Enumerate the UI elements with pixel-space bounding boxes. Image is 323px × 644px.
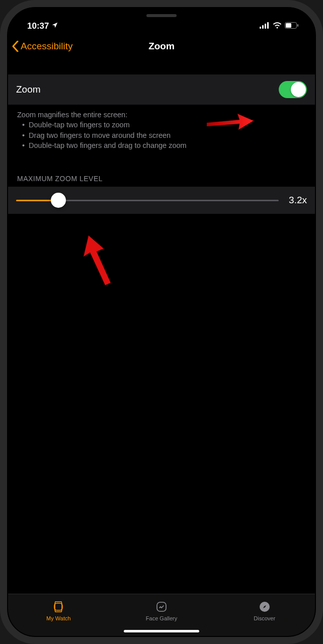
face-gallery-icon — [154, 600, 169, 614]
status-time: 10:37 — [27, 21, 49, 31]
tab-face-gallery[interactable]: Face Gallery — [110, 594, 213, 627]
tab-my-watch[interactable]: My Watch — [7, 594, 110, 627]
svg-rect-5 — [286, 23, 291, 28]
chevron-left-icon — [12, 41, 19, 52]
zoom-description-intro: Zoom magnifies the entire screen: — [17, 110, 306, 120]
max-zoom-slider[interactable] — [16, 200, 279, 201]
svg-rect-2 — [265, 24, 266, 29]
zoom-description-bullet: Drag two fingers to move around the scre… — [22, 130, 306, 140]
zoom-toggle-row: Zoom — [7, 74, 316, 105]
battery-icon — [285, 21, 299, 31]
page-title: Zoom — [148, 41, 175, 52]
svg-rect-1 — [262, 25, 264, 29]
location-services-icon — [51, 21, 58, 31]
svg-rect-0 — [260, 27, 261, 29]
zoom-description-bullet: Double-tap two fingers to zoom — [22, 120, 306, 130]
svg-rect-8 — [157, 602, 166, 611]
tab-discover[interactable]: Discover — [213, 594, 316, 627]
navigation-bar: Accessibility Zoom — [7, 33, 316, 59]
svg-rect-6 — [297, 24, 298, 27]
back-button-label: Accessibility — [21, 41, 72, 52]
zoom-description-bullet: Double-tap two fingers and drag to chang… — [22, 140, 306, 150]
cellular-signal-icon — [260, 21, 270, 31]
tab-label: Discover — [254, 615, 275, 621]
svg-rect-3 — [267, 22, 269, 29]
zoom-toggle-label: Zoom — [16, 84, 41, 95]
max-zoom-value: 3.2x — [286, 195, 307, 206]
home-indicator[interactable] — [124, 630, 199, 632]
max-zoom-slider-row: 3.2x — [7, 187, 316, 214]
svg-rect-7 — [54, 603, 62, 610]
zoom-toggle[interactable] — [279, 81, 307, 98]
wifi-icon — [273, 21, 282, 31]
zoom-description: Zoom magnifies the entire screen: Double… — [7, 105, 316, 150]
tab-label: My Watch — [46, 615, 71, 621]
compass-icon — [258, 600, 272, 614]
slider-thumb[interactable] — [51, 193, 66, 208]
back-button[interactable]: Accessibility — [12, 41, 72, 52]
max-zoom-section-header: MAXIMUM ZOOM LEVEL — [7, 150, 316, 187]
watch-icon — [51, 600, 65, 614]
tab-label: Face Gallery — [146, 615, 177, 621]
